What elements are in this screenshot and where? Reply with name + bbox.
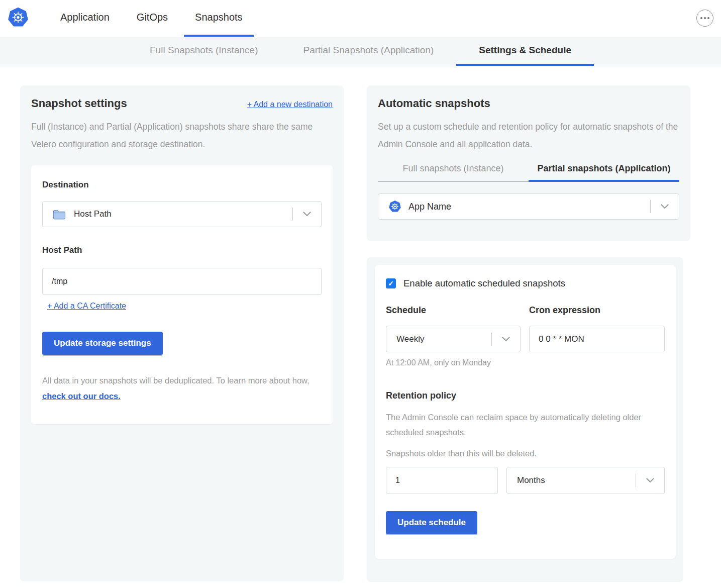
- chevron-down-icon: [293, 212, 321, 217]
- update-storage-settings-button[interactable]: Update storage settings: [42, 332, 163, 355]
- host-path-input[interactable]: [42, 268, 322, 295]
- app-kubernetes-icon: [388, 200, 401, 213]
- cron-human-readable: At 12:00 AM, only on Monday: [386, 358, 665, 367]
- enable-snapshots-row[interactable]: ✓ Enable automatic scheduled snapshots: [386, 278, 665, 289]
- automatic-snapshots-title: Automatic snapshots: [378, 97, 679, 110]
- chevron-down-icon: [492, 337, 520, 342]
- destination-value: Host Path: [74, 209, 112, 219]
- docs-link[interactable]: check out our docs.: [42, 391, 121, 401]
- retention-count-input[interactable]: [386, 467, 498, 494]
- snapshot-settings-description: Full (Instance) and Partial (Application…: [31, 118, 333, 153]
- kubernetes-logo-icon: [7, 7, 29, 31]
- retention-hint: Snapshots older than this will be delete…: [386, 449, 665, 458]
- schedule-interval-select[interactable]: Weekly: [386, 326, 521, 352]
- right-column: Automatic snapshots Set up a custom sche…: [367, 85, 691, 582]
- subtab-settings-schedule[interactable]: Settings & Schedule: [456, 37, 594, 66]
- tab-full-snapshots-instance[interactable]: Full snapshots (Instance): [378, 163, 529, 182]
- tab-partial-snapshots-application[interactable]: Partial snapshots (Application): [529, 163, 679, 182]
- add-new-destination-link[interactable]: + Add a new destination: [247, 100, 333, 109]
- add-ca-certificate-link[interactable]: + Add a CA Certificate: [47, 302, 126, 311]
- retention-policy-title: Retention policy: [386, 390, 665, 401]
- app-selector[interactable]: App Name: [378, 193, 679, 220]
- snapshot-settings-title: Snapshot settings: [31, 97, 127, 110]
- storage-settings-panel: Destination Host Path Host Path + Add a …: [31, 165, 333, 424]
- automatic-snapshots-card: Automatic snapshots Set up a custom sche…: [367, 85, 690, 241]
- destination-select[interactable]: Host Path: [42, 201, 322, 227]
- overflow-menu-button[interactable]: [696, 10, 713, 27]
- update-schedule-button[interactable]: Update schedule: [386, 511, 477, 534]
- enable-snapshots-label: Enable automatic scheduled snapshots: [403, 278, 565, 289]
- chevron-down-icon: [651, 204, 679, 209]
- folder-icon: [53, 209, 66, 220]
- cron-expression-label: Cron expression: [529, 305, 665, 316]
- retention-unit-value: Months: [517, 475, 545, 485]
- top-navigation: Application GitOps Snapshots: [0, 0, 721, 37]
- app-logo[interactable]: [7, 0, 29, 37]
- ellipsis-icon: [700, 17, 702, 19]
- enable-snapshots-checkbox[interactable]: ✓: [386, 278, 396, 288]
- dedupe-note: All data in your snapshots will be dedup…: [42, 373, 322, 404]
- snapshot-settings-card: Snapshot settings + Add a new destinatio…: [20, 85, 344, 581]
- snapshots-subnav: Full Snapshots (Instance) Partial Snapsh…: [0, 37, 721, 66]
- schedule-panel: ✓ Enable automatic scheduled snapshots S…: [375, 265, 676, 559]
- main-tabs: Application GitOps Snapshots: [49, 0, 259, 37]
- cron-expression-input[interactable]: [529, 326, 665, 352]
- chevron-down-icon: [636, 478, 664, 483]
- retention-unit-select[interactable]: Months: [506, 467, 665, 494]
- main-content: Snapshot settings + Add a new destinatio…: [0, 66, 721, 582]
- tab-snapshots[interactable]: Snapshots: [184, 0, 254, 37]
- subtab-partial-snapshots[interactable]: Partial Snapshots (Application): [280, 37, 456, 66]
- schedule-interval-value: Weekly: [396, 334, 424, 344]
- automatic-snapshots-tabs: Full snapshots (Instance) Partial snapsh…: [378, 163, 679, 182]
- host-path-label: Host Path: [42, 245, 322, 255]
- subtab-full-snapshots[interactable]: Full Snapshots (Instance): [127, 37, 280, 66]
- retention-policy-description: The Admin Console can reclaim space by a…: [386, 410, 649, 440]
- tab-gitops[interactable]: GitOps: [126, 0, 179, 37]
- automatic-snapshots-description: Set up a custom schedule and retention p…: [378, 118, 679, 153]
- app-selector-value: App Name: [408, 202, 451, 212]
- destination-label: Destination: [42, 180, 322, 190]
- tab-application[interactable]: Application: [49, 0, 121, 37]
- schedule-card: ✓ Enable automatic scheduled snapshots S…: [367, 257, 683, 582]
- schedule-label: Schedule: [386, 305, 521, 316]
